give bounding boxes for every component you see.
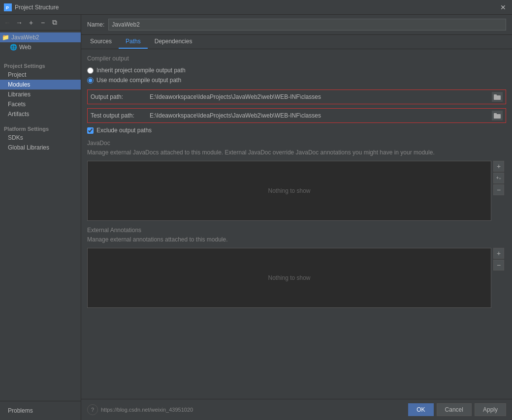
apply-button[interactable]: Apply [475, 403, 506, 416]
left-toolbar: ← → + − ⧉ [0, 15, 81, 30]
tree-item-label: JavaWeb2 [11, 34, 39, 41]
output-path-label: Output path: [91, 93, 150, 100]
javadoc-add-button[interactable]: + [493, 161, 504, 172]
inherit-radio-label[interactable]: Inherit project compile output path [96, 67, 186, 74]
svg-rect-4 [494, 114, 501, 119]
inherit-radio-row: Inherit project compile output path [87, 67, 506, 74]
ext-annotations-add-button[interactable]: + [493, 248, 504, 259]
module-tree: 📁 JavaWeb2 🌐 Web Project Settings Projec… [0, 30, 81, 401]
help-button[interactable]: ? [87, 404, 98, 415]
tree-item-web[interactable]: 🌐 Web [0, 42, 81, 52]
status-url: https://blog.csdn.net/weixin_43951020 [101, 407, 405, 413]
javadoc-empty-label: Nothing to show [88, 161, 491, 220]
window-icon: P [4, 3, 12, 11]
project-structure-window: P Project Structure ✕ ← → + − ⧉ 📁 JavaWe… [0, 0, 512, 420]
forward-button[interactable]: → [14, 17, 25, 28]
back-button: ← [2, 17, 13, 28]
svg-text:P: P [6, 5, 9, 10]
panel-content: Compiler output Inherit project compile … [81, 49, 512, 399]
main-content: ← → + − ⧉ 📁 JavaWeb2 🌐 Web Project Sett [0, 15, 512, 420]
test-output-path-folder-button[interactable] [492, 111, 503, 120]
ext-annotations-side-buttons: + − [493, 248, 504, 270]
window-title: Project Structure [15, 4, 498, 11]
cancel-button[interactable]: Cancel [437, 403, 472, 416]
bottom-bar: ? https://blog.csdn.net/weixin_43951020 … [81, 399, 512, 420]
external-annotations-section: External Annotations Manage external ann… [87, 227, 506, 308]
name-label: Name: [87, 21, 104, 28]
exclude-checkbox-label[interactable]: Exclude output paths [96, 127, 152, 134]
copy-module-button[interactable]: ⧉ [49, 17, 60, 28]
platform-settings-header: Platform Settings [0, 123, 81, 133]
sidebar-item-artifacts[interactable]: Artifacts [0, 109, 81, 119]
ext-annotations-list-box: Nothing to show [87, 248, 491, 308]
exclude-checkbox-row: Exclude output paths [87, 127, 506, 134]
right-panel: Name: Sources Paths Dependencies Compile… [81, 15, 512, 420]
javadoc-side-buttons: + +₊ − [493, 161, 504, 195]
add-module-button[interactable]: + [26, 17, 36, 28]
ext-annotations-list-wrapper: Nothing to show + − [87, 248, 491, 308]
use-module-radio-label[interactable]: Use module compile output path [96, 77, 181, 84]
use-module-radio[interactable] [87, 77, 94, 84]
tree-item-javaweb2[interactable]: 📁 JavaWeb2 [0, 32, 81, 42]
output-path-row: Output path: E:\Ideaworkspace\IdeaProjec… [87, 90, 506, 104]
folder-icon: 📁 [2, 34, 9, 41]
sidebar-item-modules[interactable]: Modules [0, 80, 81, 90]
sidebar-item-facets[interactable]: Facets [0, 99, 81, 109]
tab-sources[interactable]: Sources [83, 35, 119, 49]
javadoc-remove-button[interactable]: − [493, 184, 504, 195]
left-panel: ← → + − ⧉ 📁 JavaWeb2 🌐 Web Project Sett [0, 15, 81, 420]
sidebar-item-sdks[interactable]: SDKs [0, 133, 81, 143]
javadoc-add-special-button[interactable]: +₊ [493, 173, 504, 183]
tab-dependencies[interactable]: Dependencies [148, 35, 199, 49]
tree-child-label: Web [19, 44, 31, 51]
external-annotations-header: External Annotations [87, 227, 506, 234]
compiler-output-label: Compiler output [87, 55, 506, 62]
name-input[interactable] [108, 19, 506, 30]
javadoc-list-wrapper: Nothing to show + +₊ − [87, 161, 491, 221]
javadoc-section: JavaDoc Manage external JavaDocs attache… [87, 140, 506, 221]
test-output-path-value: E:\Ideaworkspace\IdeaProjects\JavaWeb2\w… [150, 112, 490, 119]
close-button[interactable]: ✕ [498, 2, 508, 12]
sidebar-item-global-libraries[interactable]: Global Libraries [0, 143, 81, 152]
tabs-row: Sources Paths Dependencies [81, 35, 512, 49]
test-output-path-row: Test output path: E:\Ideaworkspace\IdeaP… [87, 108, 506, 123]
javadoc-description: Manage external JavaDocs attached to thi… [87, 149, 506, 157]
ext-annotations-remove-button[interactable]: − [493, 260, 504, 270]
output-path-folder-button[interactable] [492, 92, 503, 102]
project-settings-header: Project Settings [0, 60, 81, 70]
inherit-radio[interactable] [87, 67, 94, 74]
javadoc-header: JavaDoc [87, 140, 506, 147]
name-row: Name: [81, 15, 512, 35]
svg-rect-2 [494, 95, 501, 100]
external-annotations-description: Manage external annotations attached to … [87, 236, 506, 244]
sidebar-item-libraries[interactable]: Libraries [0, 90, 81, 99]
sidebar-item-project[interactable]: Project [0, 70, 81, 80]
svg-rect-3 [494, 94, 497, 96]
left-bottom: Problems [0, 401, 81, 420]
title-bar: P Project Structure ✕ [0, 0, 512, 15]
ok-button[interactable]: OK [408, 403, 433, 416]
test-output-path-label: Test output path: [91, 112, 150, 119]
javadoc-list-box: Nothing to show [87, 161, 491, 221]
use-module-radio-row: Use module compile output path [87, 77, 506, 84]
remove-module-button[interactable]: − [37, 17, 48, 28]
svg-rect-5 [494, 113, 497, 115]
ext-annotations-empty-label: Nothing to show [88, 248, 491, 307]
output-path-value: E:\Ideaworkspace\IdeaProjects\JavaWeb2\w… [150, 93, 490, 100]
output-radio-group: Inherit project compile output path Use … [87, 67, 506, 84]
exclude-checkbox[interactable] [87, 127, 94, 134]
web-icon: 🌐 [10, 44, 17, 51]
sidebar-item-problems[interactable]: Problems [4, 405, 77, 416]
tab-paths[interactable]: Paths [119, 35, 148, 49]
